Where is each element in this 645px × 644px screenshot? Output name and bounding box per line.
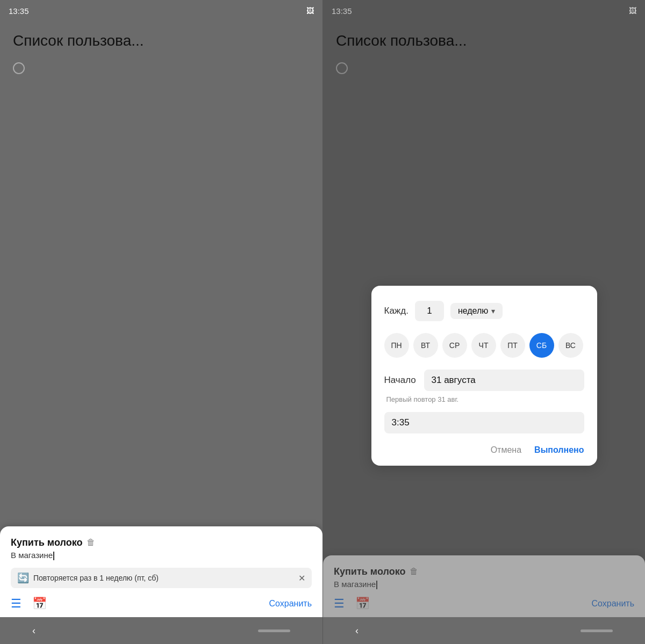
left-status-icons: 🖼 bbox=[306, 6, 314, 15]
right-dialog-box: Кажд. неделю ▾ ПНВТСРЧТПТСБВС Начало Пер… bbox=[371, 286, 597, 466]
right-save-button: Сохранить bbox=[591, 599, 634, 609]
left-task-subtitle: В магазине bbox=[11, 551, 312, 560]
left-task-subtitle-text: В магазине bbox=[11, 551, 53, 560]
left-app-title: Список пользова... bbox=[13, 32, 310, 49]
right-task-title-row: Купить молоко 🗑 bbox=[334, 566, 634, 577]
right-task-title: Купить молоко bbox=[334, 566, 405, 577]
right-calendar-icon: 📅 bbox=[355, 597, 370, 611]
left-trash-icon[interactable]: 🗑 bbox=[87, 538, 95, 547]
day-btn-пн[interactable]: ПН bbox=[384, 333, 409, 358]
right-menu-icon: ☰ bbox=[334, 597, 345, 611]
right-recurrence-period[interactable]: неделю ▾ bbox=[450, 303, 503, 319]
image-icon: 🖼 bbox=[306, 6, 314, 15]
left-repeat-badge[interactable]: 🔄 Повторяется раз в 1 неделю (пт, сб) ✕ bbox=[11, 568, 312, 588]
right-cursor bbox=[376, 581, 377, 589]
right-dialog-buttons: Отмена Выполнено bbox=[384, 445, 584, 455]
left-save-button[interactable]: Сохранить bbox=[269, 599, 312, 609]
right-start-row: Начало bbox=[384, 370, 584, 391]
right-back-icon[interactable]: ‹ bbox=[355, 625, 359, 636]
right-task-card: Купить молоко 🗑 В магазине ☰ 📅 Сохранить bbox=[323, 555, 645, 617]
right-start-date-input[interactable] bbox=[424, 370, 584, 391]
right-task-subtitle-text: В магазине bbox=[334, 580, 376, 589]
left-toolbar-left: ☰ 📅 bbox=[11, 597, 47, 611]
left-menu-icon[interactable]: ☰ bbox=[11, 597, 22, 611]
left-status-time: 13:35 bbox=[9, 6, 29, 16]
left-status-bar: 13:35 🖼 bbox=[0, 0, 322, 21]
day-btn-вс[interactable]: ВС bbox=[558, 333, 583, 358]
right-recurrence-number-input[interactable] bbox=[415, 301, 444, 321]
left-calendar-icon[interactable]: 📅 bbox=[32, 597, 47, 611]
left-repeat-close[interactable]: ✕ bbox=[298, 573, 305, 583]
right-recurrence-row: Кажд. неделю ▾ bbox=[384, 301, 584, 321]
left-task-title-row: Купить молоко 🗑 bbox=[11, 537, 312, 548]
right-task-toolbar: ☰ 📅 Сохранить bbox=[334, 597, 634, 611]
day-btn-сб[interactable]: СБ bbox=[529, 333, 554, 358]
right-period-chevron-icon: ▾ bbox=[491, 307, 495, 315]
right-start-label: Начало bbox=[384, 375, 417, 386]
right-hint-text: Первый повтор 31 авг. bbox=[384, 395, 584, 403]
day-btn-пт[interactable]: ПТ bbox=[500, 333, 525, 358]
left-task-toolbar: ☰ 📅 Сохранить bbox=[11, 597, 312, 611]
left-radio-circle[interactable] bbox=[13, 62, 25, 74]
right-task-subtitle: В магазине bbox=[334, 580, 634, 589]
day-btn-ср[interactable]: СР bbox=[442, 333, 467, 358]
right-dialog-overlay: Кажд. неделю ▾ ПНВТСРЧТПТСБВС Начало Пер… bbox=[323, 0, 645, 644]
right-recurrence-label: Кажд. bbox=[384, 306, 408, 316]
left-screen: 13:35 🖼 Список пользова... Купить молоко… bbox=[0, 0, 322, 644]
right-nav-bar: ‹ bbox=[323, 617, 645, 644]
left-list-item[interactable] bbox=[0, 56, 322, 81]
right-recurrence-period-text: неделю bbox=[458, 306, 488, 316]
day-btn-вт[interactable]: ВТ bbox=[413, 333, 438, 358]
right-home-pill[interactable] bbox=[580, 629, 613, 632]
left-home-pill[interactable] bbox=[258, 629, 290, 632]
right-trash-icon: 🗑 bbox=[410, 567, 418, 576]
left-nav-bar: ‹ bbox=[0, 617, 322, 644]
right-cancel-button[interactable]: Отмена bbox=[491, 445, 521, 455]
left-task-title: Купить молоко bbox=[11, 537, 82, 548]
left-back-icon[interactable]: ‹ bbox=[32, 625, 35, 636]
left-cursor bbox=[53, 552, 54, 560]
left-task-card: Купить молоко 🗑 В магазине 🔄 Повторяется… bbox=[0, 526, 322, 617]
day-btn-чт[interactable]: ЧТ bbox=[471, 333, 496, 358]
right-toolbar-left: ☰ 📅 bbox=[334, 597, 370, 611]
left-app-header: Список пользова... bbox=[0, 21, 322, 56]
right-screen: 13:35 🖼 Список пользова... Кажд. неделю … bbox=[322, 0, 645, 644]
right-day-picker: ПНВТСРЧТПТСБВС bbox=[384, 333, 584, 358]
right-confirm-button[interactable]: Выполнено bbox=[534, 445, 584, 455]
left-repeat-icon: 🔄 bbox=[17, 572, 29, 584]
left-repeat-text: Повторяется раз в 1 неделю (пт, сб) bbox=[33, 574, 294, 582]
right-time-input[interactable] bbox=[384, 412, 584, 433]
